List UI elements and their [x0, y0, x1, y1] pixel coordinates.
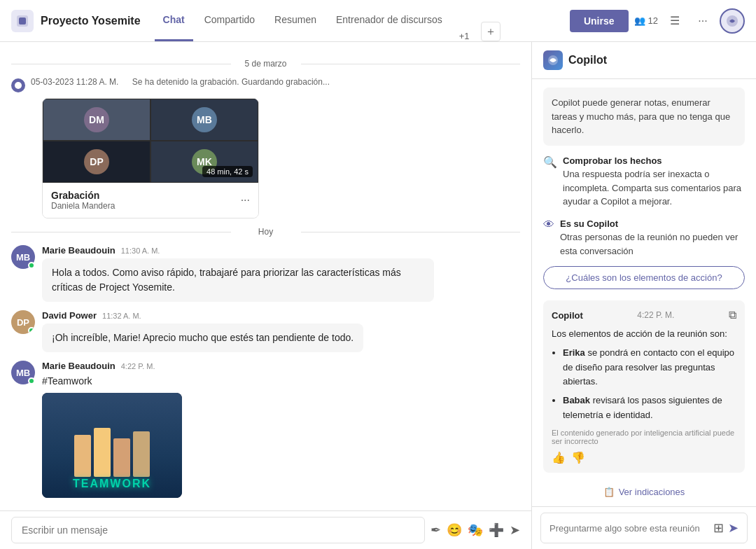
copilot-feedback: 👍 👎	[552, 451, 736, 464]
avatar-marie-1: MB	[11, 245, 35, 269]
copilot-feature-your-copilot: 👁 Es su Copilot Otras personas de la reu…	[543, 217, 745, 258]
nav-actions: Unirse 👥 12 ☰ ···	[570, 8, 745, 34]
copilot-response-text: Los elementos de acción de la reunión so…	[552, 327, 736, 423]
msg-time-2: 11:32 A. M.	[102, 312, 141, 320]
copy-icon[interactable]: ⧉	[729, 309, 736, 321]
tab-resumen[interactable]: Resumen	[266, 0, 325, 41]
date-divider-today: Hoy	[11, 227, 520, 237]
list-icon-btn[interactable]: ☰	[664, 10, 686, 32]
see-prompts-label: Ver indicaciones	[619, 487, 685, 497]
thumb-3: DP	[43, 141, 150, 183]
join-button[interactable]: Unirse	[570, 10, 629, 32]
copilot-response-block: Copilot 4:22 P. M. ⧉ Los elementos de ac…	[543, 300, 745, 473]
copilot-attach-icon[interactable]: ⊞	[713, 520, 724, 536]
chat-messages: 5 de marzo 05-03-2023 11:28 A. M. Se ha …	[0, 42, 531, 510]
action-item-1: Erika se pondrá en contacto con el equip…	[563, 346, 736, 389]
copilot-header: Copilot	[532, 42, 756, 79]
thumb-avatar-2: MB	[192, 107, 217, 132]
copilot-input[interactable]	[550, 523, 713, 534]
copilot-panel: Copilot Copilot puede generar notas, enu…	[532, 42, 756, 549]
thumbs-down-icon[interactable]: 👎	[571, 451, 585, 464]
date-divider-old: 5 de marzo	[11, 59, 520, 69]
tab-compartido[interactable]: Compartido	[196, 0, 263, 41]
copilot-suggestion-button[interactable]: ¿Cuáles son los elementos de acción?	[543, 266, 745, 289]
chat-input[interactable]	[11, 517, 425, 543]
main-layout: 5 de marzo 05-03-2023 11:28 A. M. Se ha …	[0, 42, 756, 549]
recording-by: Daniela Mandera	[51, 201, 115, 211]
teamwork-gif-inner: TEAMWORK	[42, 393, 182, 498]
copilot-feature-check-facts: 🔍 Comprobar los hechos Una respuesta pod…	[543, 154, 745, 209]
attach-icon[interactable]: ➕	[489, 522, 504, 538]
prompts-book-icon: 📋	[603, 487, 615, 497]
check-facts-title: Comprobar los hechos	[563, 154, 745, 168]
check-facts-icon: 🔍	[543, 155, 557, 169]
msg-header-2: David Power 11:32 A. M.	[42, 310, 363, 321]
copilot-disclaimer: El contenido generado por inteligencia a…	[552, 429, 736, 445]
msg-sender-1: Marie Beaudouin	[42, 245, 115, 256]
top-navigation: Proyecto Yosemite Chat Compartido Resume…	[0, 0, 756, 42]
teamwork-label: TEAMWORK	[42, 475, 182, 492]
msg-row-1: MB Marie Beaudouin 11:30 A. M. Hola a to…	[11, 245, 520, 302]
msg-sender-2: David Power	[42, 310, 97, 321]
record-icon	[11, 78, 25, 92]
participants-count: 12	[648, 15, 658, 26]
see-prompts-link[interactable]: 📋 Ver indicaciones	[543, 481, 745, 503]
svg-point-3	[15, 82, 22, 89]
emoji-icon[interactable]: 😊	[447, 522, 462, 538]
send-icon[interactable]: ➤	[510, 522, 520, 538]
msg-row-2: DP David Power 11:32 A. M. ¡Oh increíble…	[11, 310, 520, 352]
thumb-1: DM	[43, 99, 150, 141]
your-copilot-desc: Otras personas de la reunión no pueden v…	[560, 230, 745, 258]
teamwork-gif: TEAMWORK	[42, 393, 182, 498]
gif-icon[interactable]: 🎭	[468, 522, 483, 538]
copilot-send-icon[interactable]: ➤	[728, 520, 738, 536]
recording-info: Grabación Daniela Mandera ···	[43, 183, 258, 218]
msg-sender-3: Marie Beaudouin	[42, 361, 115, 371]
copilot-input-box: ⊞ ➤	[540, 513, 748, 543]
format-icon[interactable]: ✒	[430, 522, 441, 538]
msg-time-1: 11:30 A. M.	[121, 246, 160, 255]
add-tab-button[interactable]: ＋	[481, 22, 500, 41]
copilot-input-area: ⊞ ➤	[532, 506, 756, 549]
msg-bubble-2: ¡Oh increíble, Marie! Aprecio mucho que …	[42, 324, 363, 352]
teamwork-people	[42, 428, 182, 477]
more-options-btn[interactable]: ···	[692, 10, 714, 32]
your-copilot-text: Es su Copilot Otras personas de la reuni…	[560, 217, 745, 258]
hashtag-text: #Teamwork	[42, 374, 182, 389]
participants-icon: 👥	[634, 15, 645, 26]
tab-chat[interactable]: Chat	[155, 0, 193, 41]
msg-row-3: MB Marie Beaudouin 4:22 P. M. #Teamwork	[11, 361, 520, 498]
online-dot	[28, 262, 35, 269]
recording-card[interactable]: DM MB DP MK 48 min, 42 s	[42, 98, 259, 218]
copilot-icon	[543, 50, 563, 70]
message-group-1: MB Marie Beaudouin 11:30 A. M. Hola a to…	[11, 245, 520, 302]
recording-thumbnail: DM MB DP MK 48 min, 42 s	[43, 99, 258, 183]
online-dot-david	[28, 327, 35, 334]
msg-header-3: Marie Beaudouin 4:22 P. M.	[42, 361, 182, 371]
person-1	[74, 435, 91, 477]
person-4	[133, 431, 150, 477]
tab-more[interactable]: +1	[454, 31, 475, 41]
copilot-title: Copilot	[568, 54, 607, 67]
copilot-body: Copilot puede generar notas, enumerar ta…	[532, 79, 756, 506]
msg-bubble-3: #Teamwork TEAMWORK	[42, 374, 182, 498]
msg-time-3: 4:22 P. M.	[121, 362, 155, 370]
your-copilot-title: Es su Copilot	[560, 217, 745, 231]
copilot-response-intro: Los elementos de acción de la reunión so…	[552, 327, 736, 342]
message-group-3: MB Marie Beaudouin 4:22 P. M. #Teamwork	[11, 361, 520, 498]
thumb-avatar-3: DP	[84, 149, 109, 174]
thumbs-up-icon[interactable]: 👍	[552, 451, 566, 464]
tab-entrenador[interactable]: Entrenador de discursos	[328, 0, 451, 41]
system-msg-time: 05-03-2023 11:28 A. M.	[31, 77, 118, 87]
recording-duration: 48 min, 42 s	[202, 166, 253, 177]
thumb-avatar-1: DM	[84, 107, 109, 132]
copilot-info-card: Copilot puede generar notas, enumerar ta…	[543, 88, 745, 146]
chat-area: 5 de marzo 05-03-2023 11:28 A. M. Se ha …	[0, 42, 532, 549]
copilot-action-items: Erika se pondrá en contacto con el equip…	[552, 346, 736, 423]
recording-more-btn[interactable]: ···	[241, 194, 250, 207]
copilot-avatar-button[interactable]	[720, 8, 745, 34]
nav-tabs: Chat Compartido Resumen Entrenador de di…	[155, 0, 570, 41]
msg-header-1: Marie Beaudouin 11:30 A. M.	[42, 245, 434, 256]
online-dot-marie2	[28, 377, 35, 384]
participants-badge[interactable]: 👥 12	[634, 15, 658, 26]
